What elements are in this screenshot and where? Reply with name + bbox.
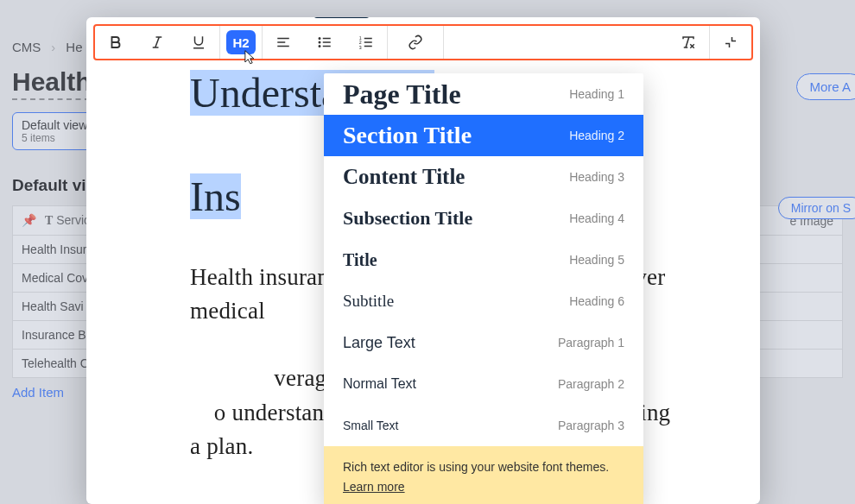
collapse-button[interactable] [710, 35, 751, 50]
heading-style-dropdown: Page TitleHeading 1Section TitleHeading … [324, 73, 643, 504]
text-format-icon: T [45, 214, 53, 227]
title-underline [12, 98, 90, 100]
heading-option-h3[interactable]: Content TitleHeading 3 [324, 156, 643, 198]
heading-option-h4[interactable]: Subsection TitleHeading 4 [324, 198, 643, 239]
heading-option-tag: Paragraph 3 [558, 419, 624, 432]
underline-button[interactable] [178, 35, 219, 50]
heading-option-h6[interactable]: SubtitleHeading 6 [324, 280, 643, 322]
cursor-pointer-icon [240, 49, 257, 66]
heading-option-p2[interactable]: Normal TextParagraph 2 [324, 363, 643, 405]
view-chip[interactable]: Default view 5 items [12, 112, 97, 150]
heading-option-label: Subtitle [343, 292, 394, 311]
view-chip-title: Default view [22, 118, 87, 132]
heading-option-label: Subsection Title [343, 207, 472, 230]
app-top-strip [0, 0, 855, 5]
heading-option-h1[interactable]: Page TitleHeading 1 [324, 73, 643, 115]
link-button[interactable] [388, 35, 443, 50]
mirror-button[interactable]: Mirror on S [778, 197, 855, 219]
heading-option-tag: Heading 5 [569, 253, 624, 267]
view-chip-subtitle: 5 items [22, 132, 87, 144]
svg-point-7 [319, 38, 320, 40]
svg-text:3: 3 [359, 45, 362, 50]
svg-point-8 [319, 41, 320, 43]
heading-option-p3[interactable]: Small TextParagraph 3 [324, 405, 643, 446]
heading-option-tag: Paragraph 2 [558, 377, 624, 391]
heading-option-tag: Heading 6 [569, 294, 624, 308]
heading-option-tag: Paragraph 1 [558, 336, 624, 350]
dropdown-theme-notice: Rich text editor is using your website f… [324, 446, 643, 504]
heading-option-label: Page Title [343, 79, 461, 110]
clear-formatting-button[interactable] [668, 35, 709, 50]
add-item-link[interactable]: Add Item [12, 385, 64, 400]
heading-option-p1[interactable]: Large TextParagraph 1 [324, 322, 643, 363]
heading-option-tag: Heading 2 [569, 129, 624, 142]
editor-toolbar: H2 123 [93, 24, 753, 60]
breadcrumb-current: He [66, 40, 82, 54]
themes-tooltip: Themes [313, 17, 370, 18]
heading-option-label: Section Title [343, 122, 472, 149]
heading-option-label: Normal Text [343, 376, 416, 392]
numbered-list-button[interactable]: 123 [345, 35, 387, 50]
heading-option-label: Title [343, 250, 377, 270]
learn-more-link[interactable]: Learn more [343, 478, 624, 496]
heading-option-tag: Heading 4 [569, 211, 624, 225]
italic-button[interactable] [136, 35, 178, 50]
heading-option-h5[interactable]: TitleHeading 5 [324, 239, 643, 280]
heading-option-label: Content Title [343, 165, 465, 189]
bold-button[interactable] [95, 35, 136, 50]
heading-style-button[interactable]: H2 [226, 30, 256, 54]
heading-option-tag: Heading 1 [569, 87, 624, 101]
rich-text-editor-modal: Themes H2 123 [86, 17, 760, 504]
heading-option-h2[interactable]: Section TitleHeading 2 [324, 115, 643, 156]
svg-line-2 [155, 37, 160, 47]
bullet-list-button[interactable] [304, 35, 345, 50]
align-button[interactable] [263, 35, 304, 50]
chevron-right-icon: › [51, 40, 55, 54]
heading-option-label: Small Text [343, 419, 398, 432]
heading-option-tag: Heading 3 [569, 170, 624, 184]
svg-point-9 [319, 46, 320, 47]
pin-icon: 📌 [22, 213, 36, 227]
more-actions-button[interactable]: More A [796, 73, 855, 100]
breadcrumb-root[interactable]: CMS [12, 40, 41, 54]
heading-option-label: Large Text [343, 334, 415, 352]
